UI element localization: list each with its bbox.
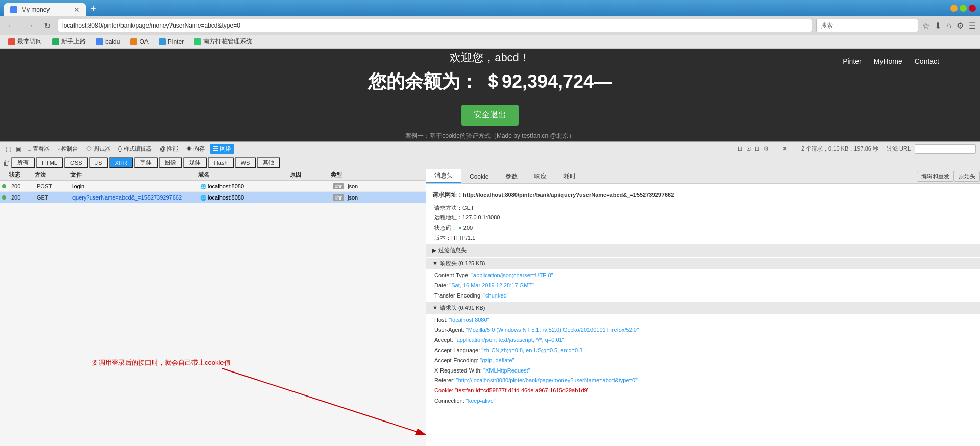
- network-tab[interactable]: ☰ 网络: [210, 144, 234, 154]
- filter-other[interactable]: 其他: [257, 157, 280, 168]
- status-code-value: 200: [463, 225, 473, 231]
- filter-flash[interactable]: Flash: [208, 157, 234, 168]
- url-filter-input[interactable]: [915, 144, 976, 154]
- dock-right-icon[interactable]: ⊡: [746, 145, 751, 152]
- filter-css[interactable]: CSS: [64, 157, 88, 168]
- memory-tab[interactable]: ◈ 内存: [183, 144, 208, 154]
- forward-button[interactable]: →: [22, 20, 37, 31]
- filter-headers-section[interactable]: ▶ 过滤信息头: [426, 244, 980, 257]
- welcome-text: 欢迎您，abcd！: [450, 50, 530, 65]
- bookmark-oa[interactable]: OA: [126, 37, 152, 46]
- network-row-login[interactable]: 200 POST login 🌐 localhost:8080 xhr json: [0, 181, 426, 192]
- details-tab-cookie[interactable]: Cookie: [461, 169, 497, 183]
- home-icon[interactable]: ⌂: [946, 21, 951, 30]
- header-domain: 域名: [195, 171, 287, 179]
- search-input[interactable]: [816, 19, 918, 32]
- chevron-right-icon: ▶: [432, 245, 436, 256]
- new-tab-button[interactable]: +: [87, 2, 101, 16]
- settings-icon[interactable]: ⚙: [764, 145, 769, 152]
- raw-headers-button[interactable]: 原始头: [954, 171, 980, 182]
- bookmark-oa-label: OA: [139, 38, 148, 45]
- filter-all[interactable]: 所有: [11, 157, 35, 168]
- logout-button[interactable]: 安全退出: [461, 105, 519, 126]
- filter-xhr[interactable]: XHR: [109, 157, 133, 168]
- request-headers-list: Host: "localhost:8080" User-Agent: "Mozi…: [432, 315, 974, 406]
- annotation-text: 要调用登录后的接口时，就会自己带上cookie值: [92, 358, 231, 367]
- row-file: query?userName=abcd&_=1552739297662: [69, 194, 197, 201]
- inspect-element-icon[interactable]: ⬚: [4, 145, 12, 153]
- status-indicator: [2, 195, 6, 200]
- devtools-toolbar: ⬚ ▣ □ 查看器 ▫ 控制台 ◇ 调试器 () 样式编辑器 @ 性能 ◈ 内存…: [0, 142, 980, 156]
- close-button[interactable]: [969, 5, 976, 12]
- dock-bottom-icon[interactable]: ⊡: [755, 145, 760, 152]
- bookmark-pinter[interactable]: Pinter: [155, 37, 188, 46]
- filter-font[interactable]: 字体: [134, 157, 158, 168]
- bookmark-pinter-label: Pinter: [168, 38, 184, 45]
- performance-tab[interactable]: @ 性能: [157, 144, 181, 154]
- tab-close-icon[interactable]: ✕: [74, 6, 80, 14]
- response-headers-section[interactable]: ▼ 响应头 (0.125 KB): [426, 258, 980, 270]
- overflow-icon[interactable]: ⋯: [773, 145, 778, 152]
- header-reason: 原因: [287, 171, 328, 179]
- bookmark-south-label: 南方打桩管理系统: [203, 37, 252, 46]
- bookmark-recent-icon: [8, 38, 15, 45]
- back-button[interactable]: ←: [4, 20, 18, 31]
- nav-pinter[interactable]: Pinter: [843, 57, 862, 65]
- style-editor-tab[interactable]: () 样式编辑器: [115, 144, 155, 154]
- inspector-tab[interactable]: □ 查看器: [24, 144, 53, 154]
- filter-html[interactable]: HTML: [36, 157, 63, 168]
- url-input[interactable]: [58, 19, 812, 32]
- bookmark-baidu-icon: [96, 38, 103, 45]
- bookmark-baidu-label: baidu: [105, 38, 120, 45]
- bookmark-recent[interactable]: 最常访问: [4, 36, 46, 47]
- content-type-row: Content-Type: "application/json;charset=…: [432, 270, 974, 281]
- details-tab-params[interactable]: 参数: [497, 169, 526, 183]
- debugger-tab[interactable]: ◇ 调试器: [83, 144, 113, 154]
- row-status: 200: [8, 183, 34, 189]
- network-table-header: 状态 方法 文件 域名 原因 类型: [0, 169, 426, 181]
- edit-resend-button[interactable]: 编辑和重发: [917, 171, 954, 182]
- console-tab[interactable]: ▫ 控制台: [55, 144, 81, 154]
- sync-icon[interactable]: ⚙: [957, 21, 964, 31]
- filter-media[interactable]: 媒体: [183, 157, 207, 168]
- menu-icon[interactable]: ☰: [969, 21, 976, 31]
- bookmark-south[interactable]: 南方打桩管理系统: [190, 36, 256, 47]
- download-icon[interactable]: ⬇: [935, 21, 941, 31]
- row-type: xhr json: [330, 194, 371, 201]
- clear-network-icon[interactable]: 🗑: [2, 159, 10, 167]
- maximize-button[interactable]: [960, 5, 967, 12]
- chevron-down-icon2: ▼: [432, 303, 438, 313]
- bookmark-newbie[interactable]: 新手上路: [48, 36, 90, 47]
- nav-myhome[interactable]: MyHome: [874, 57, 902, 65]
- details-tab-headers[interactable]: 消息头: [426, 169, 461, 183]
- close-devtools-icon[interactable]: ✕: [782, 145, 787, 152]
- status-code-row: 状态码： ● 200: [432, 223, 974, 233]
- network-filter-tabs: 🗑 所有 HTML CSS JS XHR 字体 图像 媒体 Flash WS 其…: [0, 156, 980, 169]
- user-agent-row: User-Agent: "Mozilla/5.0 (Windows NT 5.1…: [432, 325, 974, 335]
- active-tab[interactable]: My money ✕: [4, 3, 86, 16]
- accept-row: Accept: "application/json, text/javascri…: [432, 335, 974, 345]
- status-indicator: [2, 184, 6, 188]
- balance-text: 您的余额为： ＄92,394,724—: [368, 69, 612, 94]
- network-row-query[interactable]: 200 GET query?userName=abcd&_=1552739297…: [0, 192, 426, 203]
- responsive-design-icon[interactable]: ▣: [14, 145, 22, 153]
- nav-contact[interactable]: Contact: [915, 57, 939, 65]
- filter-js[interactable]: JS: [89, 157, 108, 168]
- bookmark-baidu[interactable]: baidu: [92, 37, 124, 46]
- request-headers-section[interactable]: ▼ 请求头 (0.491 KB): [426, 302, 980, 314]
- row-file: login: [69, 183, 197, 189]
- filter-ws[interactable]: WS: [235, 157, 256, 168]
- row-method: GET: [34, 194, 69, 201]
- remote-address-row: 远程地址：127.0.0.1:8080: [432, 213, 974, 223]
- filter-image[interactable]: 图像: [159, 157, 182, 168]
- details-tab-timing[interactable]: 耗时: [555, 169, 584, 183]
- version-row: 版本：HTTP/1.1: [432, 233, 974, 243]
- dock-left-icon[interactable]: ⊡: [738, 145, 742, 152]
- transfer-encoding-row: Transfer-Encoding: "chunked": [432, 291, 974, 301]
- details-tabs: 消息头 Cookie 参数 响应 耗时 编辑和重发 原始头: [426, 169, 980, 184]
- reload-button[interactable]: ↻: [41, 20, 54, 32]
- bookmark-star-icon[interactable]: ☆: [922, 21, 929, 31]
- request-method-value: GET: [462, 205, 474, 211]
- minimize-button[interactable]: [950, 5, 958, 12]
- details-tab-response[interactable]: 响应: [526, 169, 555, 183]
